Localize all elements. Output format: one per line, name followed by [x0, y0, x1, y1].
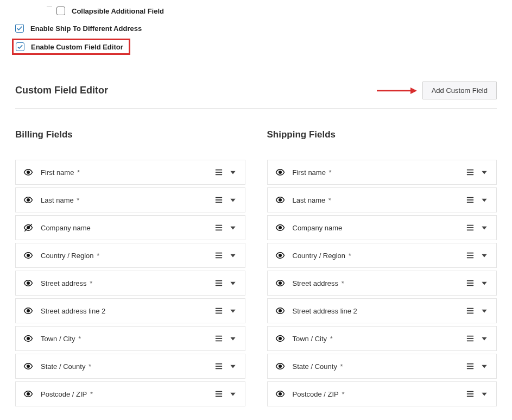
eye-visible-icon[interactable]: [275, 223, 290, 233]
svg-point-43: [27, 392, 30, 396]
expand-caret-icon[interactable]: [480, 252, 489, 259]
drag-handle-icon[interactable]: [214, 252, 223, 259]
drag-handle-icon[interactable]: [214, 168, 223, 176]
drag-handle-icon[interactable]: [466, 279, 475, 287]
field-row[interactable]: Street address line 2: [15, 298, 245, 323]
field-row[interactable]: Town / City *: [15, 326, 245, 351]
expand-caret-icon[interactable]: [480, 168, 489, 176]
drag-handle-icon[interactable]: [214, 307, 223, 315]
eye-visible-icon[interactable]: [23, 250, 39, 260]
drag-handle-icon[interactable]: [466, 335, 475, 342]
field-label: Company name: [41, 224, 214, 232]
eye-visible-icon[interactable]: [275, 167, 290, 177]
eye-hidden-icon[interactable]: [23, 223, 39, 233]
drag-handle-icon[interactable]: [214, 335, 223, 342]
eye-visible-icon[interactable]: [23, 278, 39, 288]
drag-handle-icon[interactable]: [466, 307, 475, 315]
expand-caret-icon[interactable]: [480, 224, 489, 231]
checkbox-collapsible[interactable]: [56, 7, 65, 15]
eye-visible-icon[interactable]: [275, 361, 290, 371]
field-row[interactable]: Town / City *: [267, 326, 497, 351]
expand-caret-icon[interactable]: [480, 390, 489, 398]
eye-visible-icon[interactable]: [275, 195, 290, 205]
field-row[interactable]: Last name *: [267, 187, 497, 212]
expand-caret-icon[interactable]: [229, 362, 237, 370]
field-row[interactable]: Postcode / ZIP *: [15, 381, 245, 406]
option-label: Enable Custom Field Editor: [31, 43, 123, 51]
field-row[interactable]: First name *: [267, 160, 497, 185]
drag-handle-icon[interactable]: [214, 279, 223, 287]
svg-point-23: [27, 281, 30, 285]
arrow-annotation-icon: [377, 86, 417, 95]
eye-visible-icon[interactable]: [23, 167, 39, 177]
field-row-actions: [214, 307, 237, 315]
field-label: Postcode / ZIP *: [41, 390, 214, 398]
required-asterisk: *: [346, 252, 351, 260]
field-row[interactable]: State / County *: [267, 354, 497, 379]
checkbox-custom-editor[interactable]: [16, 42, 24, 51]
expand-caret-icon[interactable]: [229, 279, 237, 287]
field-row[interactable]: Street address line 2: [267, 298, 497, 323]
eye-visible-icon[interactable]: [23, 334, 39, 343]
eye-visible-icon[interactable]: [275, 250, 290, 260]
checkbox-ship-different[interactable]: [15, 24, 24, 33]
add-custom-field-button[interactable]: Add Custom Field: [422, 82, 497, 99]
svg-marker-57: [482, 199, 486, 202]
drag-handle-icon[interactable]: [466, 362, 475, 370]
field-row[interactable]: First name *: [15, 160, 245, 185]
expand-caret-icon[interactable]: [229, 168, 237, 176]
fields-columns: Billing Fields First name *Last name *Co…: [15, 129, 497, 406]
expand-caret-icon[interactable]: [480, 335, 489, 342]
field-label: Street address *: [41, 279, 214, 287]
expand-caret-icon[interactable]: [229, 307, 237, 315]
drag-handle-icon[interactable]: [466, 224, 475, 231]
eye-visible-icon[interactable]: [275, 389, 290, 399]
svg-marker-67: [482, 254, 486, 258]
eye-visible-icon[interactable]: [23, 361, 39, 371]
svg-point-73: [279, 309, 282, 312]
field-row[interactable]: Company name: [15, 215, 245, 240]
expand-caret-icon[interactable]: [229, 252, 237, 259]
drag-handle-icon[interactable]: [466, 390, 475, 398]
drag-handle-icon[interactable]: [214, 224, 223, 231]
required-asterisk: *: [77, 335, 81, 343]
eye-visible-icon[interactable]: [275, 306, 290, 316]
expand-caret-icon[interactable]: [229, 224, 237, 231]
expand-caret-icon[interactable]: [480, 307, 489, 315]
field-label: Country / Region *: [293, 252, 466, 260]
field-label: Street address line 2: [41, 307, 214, 315]
drag-handle-icon[interactable]: [466, 196, 475, 204]
eye-visible-icon[interactable]: [23, 306, 39, 316]
drag-handle-icon[interactable]: [214, 362, 223, 370]
expand-caret-icon[interactable]: [480, 196, 489, 204]
svg-marker-37: [230, 337, 235, 341]
field-row[interactable]: Street address *: [267, 271, 497, 296]
eye-visible-icon[interactable]: [275, 278, 290, 288]
eye-visible-icon[interactable]: [275, 334, 290, 343]
expand-caret-icon[interactable]: [229, 390, 237, 398]
drag-handle-icon[interactable]: [214, 390, 223, 398]
svg-point-33: [27, 337, 30, 340]
field-row-actions: [466, 390, 489, 398]
expand-caret-icon[interactable]: [480, 362, 489, 370]
field-row[interactable]: Company name: [267, 215, 497, 240]
drag-handle-icon[interactable]: [466, 252, 475, 259]
field-row[interactable]: Country / Region *: [15, 243, 245, 268]
field-row[interactable]: Last name *: [15, 187, 245, 212]
required-asterisk: *: [88, 390, 93, 398]
eye-visible-icon[interactable]: [23, 195, 39, 205]
drag-handle-icon[interactable]: [466, 168, 475, 176]
expand-caret-icon[interactable]: [480, 279, 489, 287]
expand-caret-icon[interactable]: [229, 335, 237, 342]
svg-marker-42: [230, 365, 235, 368]
field-row-actions: [214, 168, 237, 176]
field-row[interactable]: Country / Region *: [267, 243, 497, 268]
field-row[interactable]: Street address *: [15, 271, 245, 296]
field-row[interactable]: Postcode / ZIP *: [267, 381, 497, 406]
eye-visible-icon[interactable]: [23, 389, 39, 399]
field-row[interactable]: State / County *: [15, 354, 245, 379]
drag-handle-icon[interactable]: [214, 196, 223, 204]
svg-point-68: [279, 281, 282, 285]
expand-caret-icon[interactable]: [229, 196, 237, 204]
required-asterisk: *: [75, 196, 80, 204]
